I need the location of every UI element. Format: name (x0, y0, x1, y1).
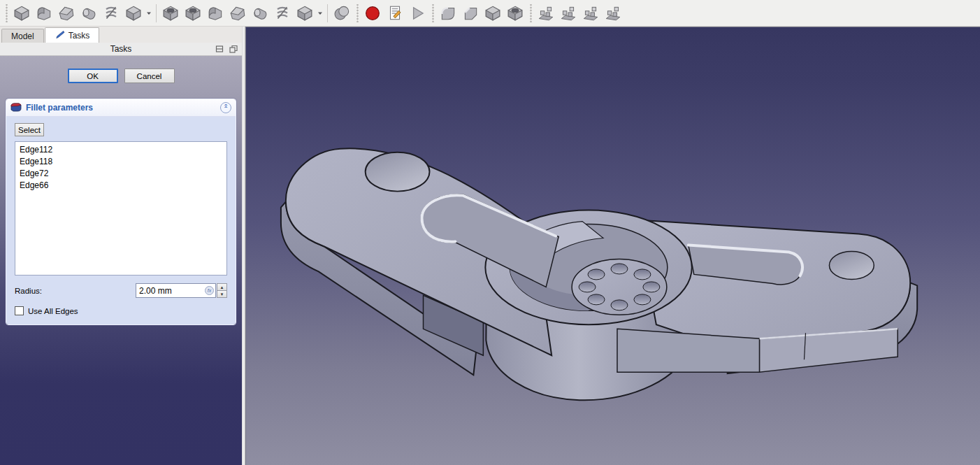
additive-pipe-icon (80, 4, 98, 22)
macro-record-icon (363, 4, 382, 22)
3d-viewport[interactable] (245, 27, 980, 465)
toolbar-separator[interactable] (355, 4, 359, 22)
chevron-down-icon (317, 10, 323, 16)
subtractive-loft-button[interactable] (227, 3, 248, 24)
linear-pattern-button[interactable] (558, 3, 579, 24)
edge-list-item[interactable]: Edge72 (15, 168, 226, 180)
use-all-edges-label: Use All Edges (28, 307, 78, 315)
multitransform-icon (604, 4, 622, 22)
groove-icon (206, 4, 224, 22)
macro-record-button[interactable] (362, 3, 383, 24)
fillet-parameters-title: Fillet parameters (26, 103, 216, 113)
toolbar-separator[interactable] (431, 4, 435, 22)
chamfer-icon (461, 4, 480, 22)
task-panel: Model Tasks Tasks (0, 27, 242, 465)
float-icon[interactable] (229, 45, 238, 55)
mirrored-icon (537, 4, 555, 22)
chevron-down-icon (146, 10, 152, 16)
edge-list-item[interactable]: Edge66 (15, 180, 226, 192)
linear-pattern-icon (559, 4, 577, 22)
macro-execute-button[interactable] (407, 3, 428, 24)
draft-button[interactable] (482, 3, 503, 24)
subtractive-helix-button[interactable] (272, 3, 293, 24)
fillet-parameters-header[interactable]: Fillet parameters ⌃⌃ (6, 99, 236, 117)
panel-title-text: Tasks (0, 44, 242, 54)
thickness-icon (506, 4, 524, 22)
toolbar (0, 0, 980, 27)
subtractive-pipe-icon (251, 4, 269, 22)
macro-execute-icon (408, 4, 426, 22)
boolean-operation-button[interactable] (331, 3, 352, 24)
revolution-button[interactable] (34, 3, 55, 24)
multitransform-button[interactable] (603, 3, 624, 24)
toolbar-separator[interactable] (4, 4, 8, 22)
tasks-panel-body: OK Cancel Fillet parameters ⌃⌃ Select (0, 56, 242, 465)
additive-primitive-button[interactable] (123, 3, 144, 24)
subtractive-pipe-button[interactable] (250, 3, 271, 24)
select-button[interactable]: Select (15, 123, 44, 136)
thickness-button[interactable] (505, 3, 526, 24)
boolean-operation-icon (333, 4, 351, 22)
fillet-icon (439, 4, 457, 22)
spin-down-button[interactable]: ▼ (217, 290, 227, 298)
hole-button[interactable] (182, 3, 203, 24)
tab-tasks[interactable]: Tasks (45, 27, 100, 43)
subtractive-loft-icon (229, 4, 247, 22)
panel-title-bar: Tasks (0, 43, 242, 56)
pad-icon (13, 4, 31, 22)
polar-pattern-button[interactable] (580, 3, 601, 24)
fillet-parameters-box: Fillet parameters ⌃⌃ Select Edge112Edge1… (6, 99, 236, 325)
subtractive-primitive-button[interactable] (294, 3, 315, 24)
ok-button[interactable]: OK (68, 69, 118, 83)
additive-primitive-icon (124, 4, 143, 22)
use-all-edges-checkbox[interactable] (15, 306, 24, 315)
edge-list[interactable]: Edge112Edge118Edge72Edge66 (15, 141, 227, 276)
additive-primitive-dropdown-arrow[interactable] (145, 3, 152, 24)
additive-loft-button[interactable] (56, 3, 77, 24)
subtractive-primitive-dropdown-arrow[interactable] (317, 3, 324, 24)
subtractive-primitive-icon (296, 4, 314, 22)
spin-up-button[interactable]: ▲ (217, 283, 227, 290)
fillet-button[interactable] (438, 3, 459, 24)
toolbar-separator (156, 4, 157, 22)
tab-model-label: Model (11, 31, 34, 41)
radius-label: Radius: (15, 287, 136, 295)
collapse-icon[interactable]: ⌃⌃ (220, 102, 231, 113)
additive-helix-icon (102, 4, 120, 22)
edge-list-item[interactable]: Edge118 (15, 156, 226, 168)
panel-tabbar: Model Tasks (0, 27, 242, 43)
subtractive-helix-icon (273, 4, 291, 22)
radius-input[interactable] (136, 286, 196, 296)
expression-icon[interactable]: fx (205, 286, 214, 295)
additive-pipe-button[interactable] (78, 3, 99, 24)
pencil-icon (55, 30, 65, 41)
toolbar-separator (327, 4, 328, 22)
revolution-icon (35, 4, 53, 22)
hole-icon (184, 4, 202, 22)
draft-icon (484, 4, 502, 22)
cancel-button[interactable]: Cancel (124, 69, 175, 83)
edge-list-item[interactable]: Edge112 (15, 144, 226, 156)
polar-pattern-icon (582, 4, 600, 22)
macro-edit-button[interactable] (384, 3, 405, 24)
pad-button[interactable] (11, 3, 32, 24)
chamfer-button[interactable] (460, 3, 481, 24)
mirrored-button[interactable] (535, 3, 556, 24)
tab-model[interactable]: Model (1, 29, 44, 43)
fillet-feature-icon (10, 102, 22, 114)
groove-button[interactable] (205, 3, 226, 24)
radius-spinbox: fx ▲ ▼ (136, 283, 227, 298)
additive-loft-icon (57, 4, 75, 22)
toolbar-separator[interactable] (528, 4, 533, 22)
additive-helix-button[interactable] (101, 3, 122, 24)
dock-icon[interactable] (215, 45, 224, 55)
pocket-button[interactable] (160, 3, 181, 24)
pocket-icon (161, 4, 180, 22)
macro-edit-icon (386, 4, 404, 22)
cad-model (246, 27, 980, 465)
tab-tasks-label: Tasks (69, 31, 90, 41)
